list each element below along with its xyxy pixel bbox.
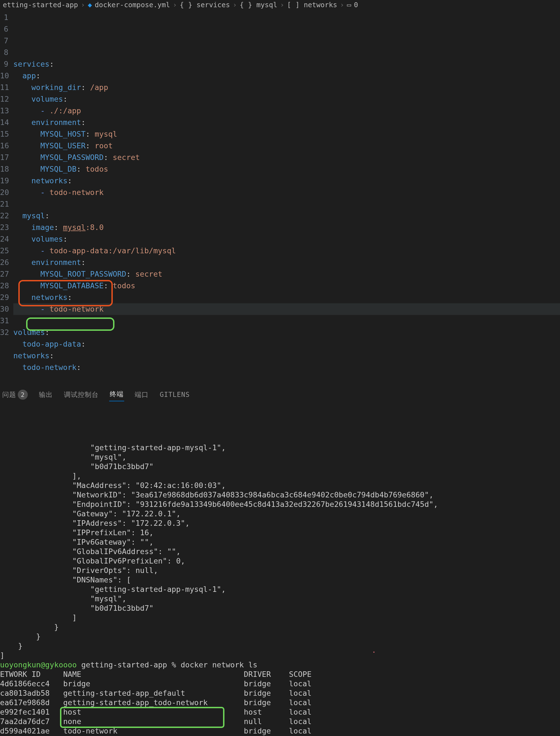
tab-problems-label: 问题 [2, 391, 16, 399]
breadcrumb-seg-1[interactable]: docker-compose.yml [95, 1, 170, 9]
terminal-line: ], [0, 471, 560, 481]
tab-problems[interactable]: 问题2 [2, 388, 28, 401]
code-editor[interactable]: 1678910111213141516171819202122232425262… [0, 10, 560, 385]
file-icon: ◆ [88, 1, 92, 9]
tab-terminal[interactable]: 终端 [109, 388, 124, 401]
breadcrumb-seg-4[interactable]: [ ] networks [287, 1, 337, 9]
code-line[interactable]: MYSQL_USER: root [13, 140, 560, 152]
code-line[interactable]: environment: [13, 117, 560, 128]
terminal-line: "IPPrefixLen": 16, [0, 528, 560, 537]
terminal-line: "EndpointID": "931216fde9a13349b6400ee45… [0, 500, 560, 509]
line-gutter: 1678910111213141516171819202122232425262… [0, 12, 13, 385]
terminal-line: "IPv6Gateway": "", [0, 537, 560, 547]
code-line[interactable]: environment: [13, 257, 560, 268]
code-line[interactable]: MYSQL_PASSWORD: secret [13, 152, 560, 163]
chevron-right-icon: › [233, 1, 237, 9]
code-line[interactable]: mysql: [13, 210, 560, 222]
tab-gitlens[interactable]: GITLENS [159, 389, 190, 400]
annotation-green-network-row [60, 707, 224, 728]
panel-tabs: 问题2 输出 调试控制台 终端 端口 GITLENS [0, 385, 560, 403]
terminal-line: "GlobalIPv6PrefixLen": 0, [0, 556, 560, 566]
breadcrumb-seg-2[interactable]: { } services [180, 1, 230, 9]
code-line[interactable]: volumes: [13, 93, 560, 105]
terminal-line: "getting-started-app-mysql-1", [0, 443, 560, 452]
terminal-line: ] [0, 613, 560, 622]
chevron-right-icon: › [340, 1, 344, 9]
chevron-right-icon: › [280, 1, 284, 9]
code-line[interactable] [13, 373, 560, 385]
terminal-line: "GlobalIPv6Address": "", [0, 547, 560, 556]
code-line[interactable]: - todo-app-data:/var/lib/mysql [13, 245, 560, 257]
code-line[interactable]: networks: [13, 350, 560, 362]
code-line[interactable]: MYSQL_DB: todos [13, 163, 560, 175]
modified-dot-icon: · [372, 647, 376, 657]
terminal-line: } [0, 622, 560, 632]
terminal-line: "IPAddress": "172.22.0.3", [0, 519, 560, 528]
breadcrumb-seg-0[interactable]: etting-started-app [3, 1, 78, 9]
code-line[interactable]: image: mysql:8.0 [13, 222, 560, 233]
terminal-line: "b0d71bc3bbd7" [0, 462, 560, 471]
terminal-line: } [0, 632, 560, 641]
tab-ports[interactable]: 端口 [134, 389, 149, 401]
terminal-line: "DriverOpts": null, [0, 566, 560, 575]
terminal-line: ea617e9868d getting-started-app_todo-net… [0, 698, 560, 707]
code-line[interactable]: MYSQL_ROOT_PASSWORD: secret [13, 268, 560, 280]
code-line[interactable]: - ./:/app [13, 105, 560, 117]
annotation-green-network [26, 317, 114, 331]
array-icon: ▭ [347, 1, 351, 9]
breadcrumb[interactable]: etting-started-app › ◆ docker-compose.ym… [0, 0, 560, 10]
terminal-line: ca8013adb58 getting-started-app_default … [0, 689, 560, 698]
code-line[interactable]: app: [13, 70, 560, 82]
code-line[interactable]: todo-app-data: [13, 338, 560, 350]
terminal-line: "getting-started-app-mysql-1", [0, 585, 560, 594]
terminal-line: } [0, 641, 560, 651]
code-line[interactable]: - todo-network [13, 187, 560, 198]
code-line[interactable]: todo-network: [13, 362, 560, 373]
code-area[interactable]: services: app: working_dir: /app volumes… [13, 12, 560, 385]
terminal-line: 4d61866ecc4 bridge bridge local [0, 679, 560, 689]
terminal[interactable]: CSDN @_Rookie_ "getting-started-app-mysq… [0, 403, 560, 736]
code-line[interactable]: services: [13, 58, 560, 70]
problems-badge: 2 [18, 390, 28, 400]
tab-debug-console[interactable]: 调试控制台 [63, 389, 99, 401]
code-line[interactable]: networks: [13, 175, 560, 187]
code-line[interactable] [13, 198, 560, 210]
annotation-orange-volumes [18, 280, 113, 306]
terminal-line: "mysql", [0, 452, 560, 462]
terminal-line: "NetworkID": "3ea617e9868db6d037a40833c9… [0, 490, 560, 500]
terminal-line: uoyongkun@gykoooo getting-started-app % … [0, 660, 560, 670]
terminal-line: "mysql", [0, 594, 560, 604]
chevron-right-icon: › [173, 1, 177, 9]
tab-output[interactable]: 输出 [38, 389, 53, 401]
code-line[interactable]: MYSQL_HOST: mysql [13, 128, 560, 140]
terminal-line: ETWORK ID NAME DRIVER SCOPE [0, 670, 560, 679]
breadcrumb-seg-3[interactable]: { } mysql [240, 1, 277, 9]
terminal-line: "DNSNames": [ [0, 575, 560, 585]
terminal-line: "Gateway": "172.22.0.1", [0, 509, 560, 519]
terminal-line: "b0d71bc3bbd7" [0, 604, 560, 613]
code-line[interactable]: working_dir: /app [13, 82, 560, 93]
chevron-right-icon: › [81, 1, 85, 9]
terminal-line: "MacAddress": "02:42:ac:16:00:03", [0, 481, 560, 490]
breadcrumb-seg-5[interactable]: 0 [354, 1, 358, 9]
terminal-line: ] [0, 651, 560, 660]
code-line[interactable]: volumes: [13, 233, 560, 245]
